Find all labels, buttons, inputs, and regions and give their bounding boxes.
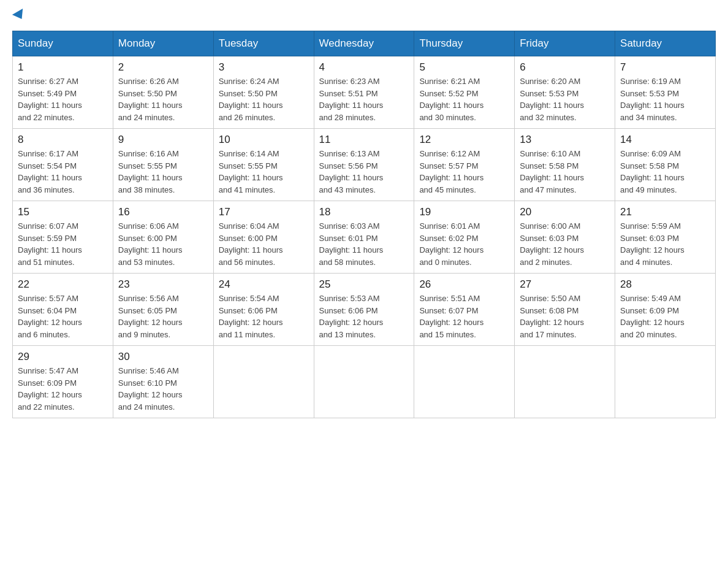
day-info: Sunrise: 6:21 AMSunset: 5:52 PMDaylight:… bbox=[419, 75, 509, 123]
calendar-cell: 26Sunrise: 5:51 AMSunset: 6:07 PMDayligh… bbox=[414, 274, 515, 346]
day-number: 1 bbox=[18, 61, 108, 74]
week-row-1: 1Sunrise: 6:27 AMSunset: 5:49 PMDaylight… bbox=[13, 56, 716, 129]
day-info: Sunrise: 6:04 AMSunset: 6:00 PMDaylight:… bbox=[219, 220, 309, 268]
day-info: Sunrise: 6:26 AMSunset: 5:50 PMDaylight:… bbox=[118, 75, 208, 123]
week-row-3: 15Sunrise: 6:07 AMSunset: 5:59 PMDayligh… bbox=[13, 201, 716, 274]
day-number: 20 bbox=[520, 206, 610, 218]
day-info: Sunrise: 6:13 AMSunset: 5:56 PMDaylight:… bbox=[319, 148, 409, 196]
calendar-cell: 15Sunrise: 6:07 AMSunset: 5:59 PMDayligh… bbox=[13, 201, 113, 274]
day-info: Sunrise: 5:50 AMSunset: 6:08 PMDaylight:… bbox=[520, 293, 610, 340]
calendar-cell: 4Sunrise: 6:23 AMSunset: 5:51 PMDaylight… bbox=[314, 56, 414, 129]
day-number: 21 bbox=[620, 206, 710, 218]
day-info: Sunrise: 6:19 AMSunset: 5:53 PMDaylight:… bbox=[620, 75, 710, 123]
calendar-cell: 28Sunrise: 5:49 AMSunset: 6:09 PMDayligh… bbox=[615, 274, 716, 346]
day-info: Sunrise: 6:24 AMSunset: 5:50 PMDaylight:… bbox=[219, 75, 309, 123]
calendar-cell bbox=[314, 346, 414, 418]
day-number: 2 bbox=[118, 61, 208, 74]
calendar-cell: 9Sunrise: 6:16 AMSunset: 5:55 PMDaylight… bbox=[113, 129, 213, 201]
calendar-cell: 16Sunrise: 6:06 AMSunset: 6:00 PMDayligh… bbox=[113, 201, 213, 274]
logo bbox=[12, 12, 26, 21]
calendar-cell: 6Sunrise: 6:20 AMSunset: 5:53 PMDaylight… bbox=[515, 56, 615, 129]
calendar-cell: 2Sunrise: 6:26 AMSunset: 5:50 PMDaylight… bbox=[113, 56, 213, 129]
day-info: Sunrise: 5:59 AMSunset: 6:03 PMDaylight:… bbox=[620, 220, 710, 268]
calendar-cell: 10Sunrise: 6:14 AMSunset: 5:55 PMDayligh… bbox=[213, 129, 314, 201]
day-number: 26 bbox=[419, 278, 509, 291]
day-number: 28 bbox=[620, 278, 710, 291]
day-info: Sunrise: 6:27 AMSunset: 5:49 PMDaylight:… bbox=[18, 75, 108, 123]
calendar-cell bbox=[615, 346, 716, 418]
header-sunday: Sunday bbox=[13, 31, 113, 56]
day-info: Sunrise: 6:00 AMSunset: 6:03 PMDaylight:… bbox=[520, 220, 610, 268]
calendar-cell: 8Sunrise: 6:17 AMSunset: 5:54 PMDaylight… bbox=[13, 129, 113, 201]
calendar-table: SundayMondayTuesdayWednesdayThursdayFrid… bbox=[12, 31, 716, 418]
week-row-4: 22Sunrise: 5:57 AMSunset: 6:04 PMDayligh… bbox=[13, 274, 716, 346]
day-info: Sunrise: 5:54 AMSunset: 6:06 PMDaylight:… bbox=[219, 293, 309, 340]
calendar-cell: 5Sunrise: 6:21 AMSunset: 5:52 PMDaylight… bbox=[414, 56, 515, 129]
header-friday: Friday bbox=[515, 31, 615, 56]
calendar-cell: 11Sunrise: 6:13 AMSunset: 5:56 PMDayligh… bbox=[314, 129, 414, 201]
day-number: 8 bbox=[18, 134, 108, 146]
day-number: 7 bbox=[620, 61, 710, 74]
day-info: Sunrise: 5:57 AMSunset: 6:04 PMDaylight:… bbox=[18, 293, 108, 340]
calendar-cell bbox=[414, 346, 515, 418]
day-number: 23 bbox=[118, 278, 208, 291]
calendar-cell: 1Sunrise: 6:27 AMSunset: 5:49 PMDaylight… bbox=[13, 56, 113, 129]
day-number: 27 bbox=[520, 278, 610, 291]
calendar-cell: 14Sunrise: 6:09 AMSunset: 5:58 PMDayligh… bbox=[615, 129, 716, 201]
calendar-cell bbox=[213, 346, 314, 418]
day-info: Sunrise: 6:12 AMSunset: 5:57 PMDaylight:… bbox=[419, 148, 509, 196]
day-info: Sunrise: 6:07 AMSunset: 5:59 PMDaylight:… bbox=[18, 220, 108, 268]
calendar-cell: 30Sunrise: 5:46 AMSunset: 6:10 PMDayligh… bbox=[113, 346, 213, 418]
header-monday: Monday bbox=[113, 31, 213, 56]
page-header bbox=[12, 12, 716, 21]
day-number: 16 bbox=[118, 206, 208, 218]
calendar-cell: 19Sunrise: 6:01 AMSunset: 6:02 PMDayligh… bbox=[414, 201, 515, 274]
header-wednesday: Wednesday bbox=[314, 31, 414, 56]
day-info: Sunrise: 6:01 AMSunset: 6:02 PMDaylight:… bbox=[419, 220, 509, 268]
calendar-cell: 20Sunrise: 6:00 AMSunset: 6:03 PMDayligh… bbox=[515, 201, 615, 274]
day-number: 10 bbox=[219, 134, 309, 146]
day-number: 3 bbox=[219, 61, 309, 74]
day-info: Sunrise: 6:03 AMSunset: 6:01 PMDaylight:… bbox=[319, 220, 409, 268]
day-number: 29 bbox=[18, 351, 108, 363]
calendar-cell: 17Sunrise: 6:04 AMSunset: 6:00 PMDayligh… bbox=[213, 201, 314, 274]
calendar-cell: 22Sunrise: 5:57 AMSunset: 6:04 PMDayligh… bbox=[13, 274, 113, 346]
day-number: 9 bbox=[118, 134, 208, 146]
day-number: 11 bbox=[319, 134, 409, 146]
calendar-cell: 25Sunrise: 5:53 AMSunset: 6:06 PMDayligh… bbox=[314, 274, 414, 346]
header-row: SundayMondayTuesdayWednesdayThursdayFrid… bbox=[13, 31, 716, 56]
day-info: Sunrise: 5:56 AMSunset: 6:05 PMDaylight:… bbox=[118, 293, 208, 340]
day-info: Sunrise: 6:06 AMSunset: 6:00 PMDaylight:… bbox=[118, 220, 208, 268]
week-row-5: 29Sunrise: 5:47 AMSunset: 6:09 PMDayligh… bbox=[13, 346, 716, 418]
day-info: Sunrise: 6:14 AMSunset: 5:55 PMDaylight:… bbox=[219, 148, 309, 196]
header-thursday: Thursday bbox=[414, 31, 515, 56]
day-number: 14 bbox=[620, 134, 710, 146]
day-number: 13 bbox=[520, 134, 610, 146]
calendar-cell: 3Sunrise: 6:24 AMSunset: 5:50 PMDaylight… bbox=[213, 56, 314, 129]
calendar-cell: 7Sunrise: 6:19 AMSunset: 5:53 PMDaylight… bbox=[615, 56, 716, 129]
header-saturday: Saturday bbox=[615, 31, 716, 56]
day-number: 12 bbox=[419, 134, 509, 146]
day-info: Sunrise: 6:17 AMSunset: 5:54 PMDaylight:… bbox=[18, 148, 108, 196]
day-info: Sunrise: 6:10 AMSunset: 5:58 PMDaylight:… bbox=[520, 148, 610, 196]
day-number: 24 bbox=[219, 278, 309, 291]
day-info: Sunrise: 6:16 AMSunset: 5:55 PMDaylight:… bbox=[118, 148, 208, 196]
calendar-cell: 24Sunrise: 5:54 AMSunset: 6:06 PMDayligh… bbox=[213, 274, 314, 346]
day-info: Sunrise: 5:49 AMSunset: 6:09 PMDaylight:… bbox=[620, 293, 710, 340]
day-info: Sunrise: 5:47 AMSunset: 6:09 PMDaylight:… bbox=[18, 365, 108, 413]
calendar-cell: 21Sunrise: 5:59 AMSunset: 6:03 PMDayligh… bbox=[615, 201, 716, 274]
day-number: 4 bbox=[319, 61, 409, 74]
day-number: 19 bbox=[419, 206, 509, 218]
day-info: Sunrise: 6:09 AMSunset: 5:58 PMDaylight:… bbox=[620, 148, 710, 196]
day-info: Sunrise: 5:51 AMSunset: 6:07 PMDaylight:… bbox=[419, 293, 509, 340]
day-number: 5 bbox=[419, 61, 509, 74]
calendar-cell: 18Sunrise: 6:03 AMSunset: 6:01 PMDayligh… bbox=[314, 201, 414, 274]
day-number: 6 bbox=[520, 61, 610, 74]
calendar-cell: 13Sunrise: 6:10 AMSunset: 5:58 PMDayligh… bbox=[515, 129, 615, 201]
day-number: 18 bbox=[319, 206, 409, 218]
day-number: 22 bbox=[18, 278, 108, 291]
week-row-2: 8Sunrise: 6:17 AMSunset: 5:54 PMDaylight… bbox=[13, 129, 716, 201]
day-number: 30 bbox=[118, 351, 208, 363]
calendar-cell: 27Sunrise: 5:50 AMSunset: 6:08 PMDayligh… bbox=[515, 274, 615, 346]
day-number: 25 bbox=[319, 278, 409, 291]
